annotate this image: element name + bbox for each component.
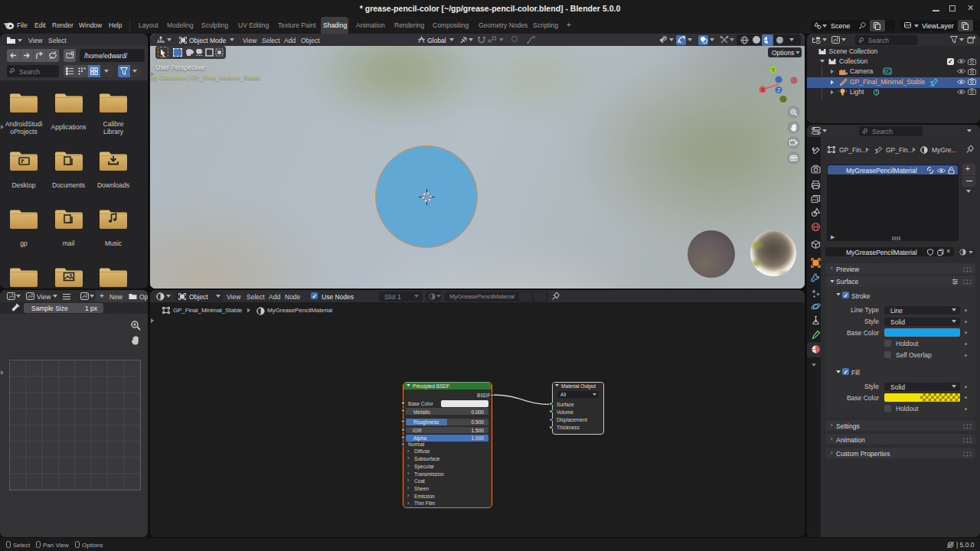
svg-text:Y: Y <box>772 67 776 73</box>
svg-text:X: X <box>761 87 765 93</box>
svg-text:Z: Z <box>777 87 780 93</box>
